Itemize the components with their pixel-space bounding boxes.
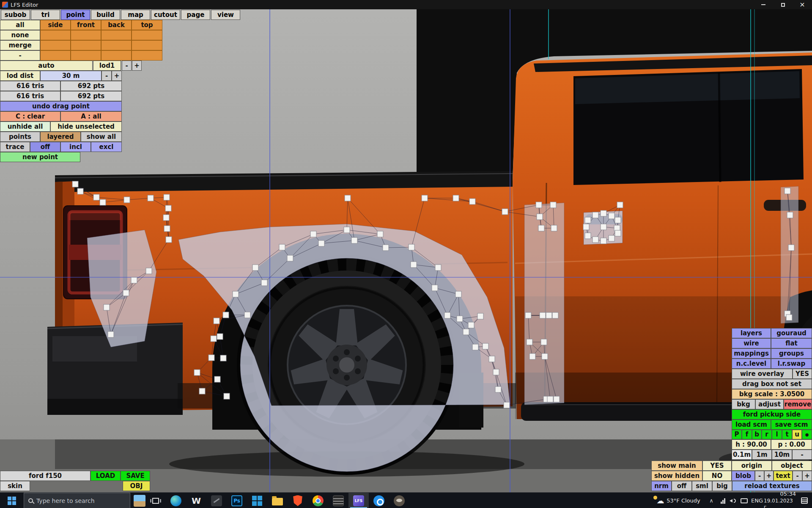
text-plus-button[interactable]: + xyxy=(802,471,812,481)
grid-cell[interactable] xyxy=(40,30,71,40)
mesh-point[interactable] xyxy=(108,331,114,337)
tray-expand-button[interactable]: ∧ xyxy=(707,493,716,508)
language-indicator[interactable]: ENG xyxy=(749,493,765,508)
mesh-point[interactable] xyxy=(601,224,606,230)
mesh-point[interactable] xyxy=(165,205,171,211)
mesh-point[interactable] xyxy=(224,393,230,399)
mesh-point[interactable] xyxy=(220,355,226,361)
mesh-point[interactable] xyxy=(601,238,606,244)
taskbar-app-explorer[interactable] xyxy=(267,493,288,508)
select-none-button[interactable]: none xyxy=(0,30,40,40)
axis-p-button[interactable]: P xyxy=(732,430,742,439)
view-front-button[interactable]: front xyxy=(71,20,101,30)
taskbar-app-brave[interactable] xyxy=(288,493,308,508)
mesh-point[interactable] xyxy=(537,214,543,220)
flat-button[interactable]: flat xyxy=(771,338,812,348)
obj-button[interactable]: OBJ xyxy=(123,481,150,491)
mesh-point[interactable] xyxy=(457,316,463,322)
mesh-point[interactable] xyxy=(552,312,558,318)
wire-overlay-button[interactable]: wire overlay xyxy=(732,369,793,379)
view-side-button[interactable]: side xyxy=(40,20,71,30)
taskbar-app-store[interactable] xyxy=(247,493,267,508)
mesh-point[interactable] xyxy=(318,240,324,246)
points-mode-button[interactable]: points xyxy=(0,132,40,142)
load-button[interactable]: LOAD xyxy=(91,471,121,481)
mesh-point[interactable] xyxy=(615,217,621,223)
skin-button[interactable]: skin xyxy=(0,481,30,491)
mesh-point[interactable] xyxy=(593,237,598,243)
show-main-button[interactable]: show main xyxy=(651,461,702,471)
mesh-point[interactable] xyxy=(550,202,556,208)
groups-button[interactable]: groups xyxy=(771,348,812,359)
blob-button[interactable]: blob xyxy=(732,471,755,481)
reload-textures-button[interactable]: reload textures xyxy=(732,481,812,491)
save-button[interactable]: SAVE xyxy=(121,471,150,481)
mesh-point[interactable] xyxy=(536,202,542,208)
keyboard-tray-button[interactable] xyxy=(739,493,749,508)
mappings-button[interactable]: mappings xyxy=(732,348,771,359)
mesh-point[interactable] xyxy=(214,318,219,324)
mesh-point[interactable] xyxy=(472,344,478,350)
mesh-point[interactable] xyxy=(787,212,793,218)
mesh-point[interactable] xyxy=(223,312,229,318)
heading-value[interactable]: h : 90.00 xyxy=(732,439,771,450)
menu-map[interactable]: map xyxy=(121,10,150,20)
mesh-point[interactable] xyxy=(148,195,154,201)
nrm-button[interactable]: nrm xyxy=(651,481,672,491)
mesh-point[interactable] xyxy=(310,231,316,237)
taskbar-app-dark[interactable] xyxy=(206,493,227,508)
news-widget-button[interactable] xyxy=(133,494,146,508)
unhide-all-button[interactable]: unhide all xyxy=(0,121,50,132)
mesh-point[interactable] xyxy=(163,215,169,221)
mesh-point[interactable] xyxy=(554,396,560,402)
mesh-point[interactable] xyxy=(244,312,250,318)
taskbar-app-photoshop[interactable]: Ps xyxy=(227,493,247,508)
menu-view[interactable]: view xyxy=(211,10,240,20)
save-scm-button[interactable]: save scm xyxy=(771,420,812,430)
mesh-point[interactable] xyxy=(164,194,170,200)
mesh-point[interactable] xyxy=(540,312,546,318)
menu-tri[interactable]: tri xyxy=(31,10,60,20)
wire-button[interactable]: wire xyxy=(732,338,771,348)
undo-drag-point-button[interactable]: undo drag point xyxy=(0,101,122,111)
nc-level-button[interactable]: n.c.level xyxy=(732,359,771,369)
mesh-point[interactable] xyxy=(617,202,623,208)
model-name[interactable]: ford f150 xyxy=(0,471,91,481)
wire-overlay-value[interactable]: YES xyxy=(793,369,812,379)
axis-l-button[interactable]: l xyxy=(772,430,782,439)
action-center-button[interactable] xyxy=(798,493,810,508)
mesh-point[interactable] xyxy=(489,356,495,362)
origin-button[interactable]: origin xyxy=(732,461,772,471)
mesh-point[interactable] xyxy=(542,353,548,359)
show-hidden-button[interactable]: show hidden xyxy=(651,471,702,481)
grid-cell[interactable] xyxy=(101,40,132,50)
mesh-point[interactable] xyxy=(72,181,78,187)
mesh-point[interactable] xyxy=(252,265,258,271)
bkg-scale-value[interactable]: bkg scale : 3.0500 xyxy=(732,389,812,399)
mesh-point[interactable] xyxy=(344,227,350,233)
step-dash-button[interactable]: - xyxy=(792,450,812,460)
mesh-point[interactable] xyxy=(785,188,790,194)
maximize-button[interactable] xyxy=(773,0,793,9)
axis-dot-button[interactable]: ● xyxy=(802,430,812,439)
grid-cell[interactable] xyxy=(132,50,162,61)
mesh-point[interactable] xyxy=(214,376,220,382)
grid-cell[interactable] xyxy=(132,40,162,50)
mesh-point[interactable] xyxy=(502,209,508,215)
lod1-button[interactable]: lod1 xyxy=(93,61,121,71)
mesh-point[interactable] xyxy=(217,334,223,340)
mesh-point[interactable] xyxy=(493,369,499,375)
pitch-value[interactable]: p : 0.00 xyxy=(771,439,812,450)
mesh-point[interactable] xyxy=(422,195,428,201)
remove-button[interactable]: remove xyxy=(784,399,812,409)
grid-cell[interactable] xyxy=(40,50,71,61)
grid-cell[interactable] xyxy=(71,50,101,61)
step-0-1m-button[interactable]: 0.1m xyxy=(732,450,752,460)
mesh-point[interactable] xyxy=(100,199,106,205)
mesh-point[interactable] xyxy=(504,402,510,408)
text-minus-button[interactable]: - xyxy=(793,471,802,481)
mesh-point[interactable] xyxy=(585,217,591,223)
lod-dist-plus-button[interactable]: + xyxy=(112,71,122,81)
mesh-point[interactable] xyxy=(211,336,217,342)
select-all-a-button[interactable]: A : all xyxy=(60,111,122,121)
